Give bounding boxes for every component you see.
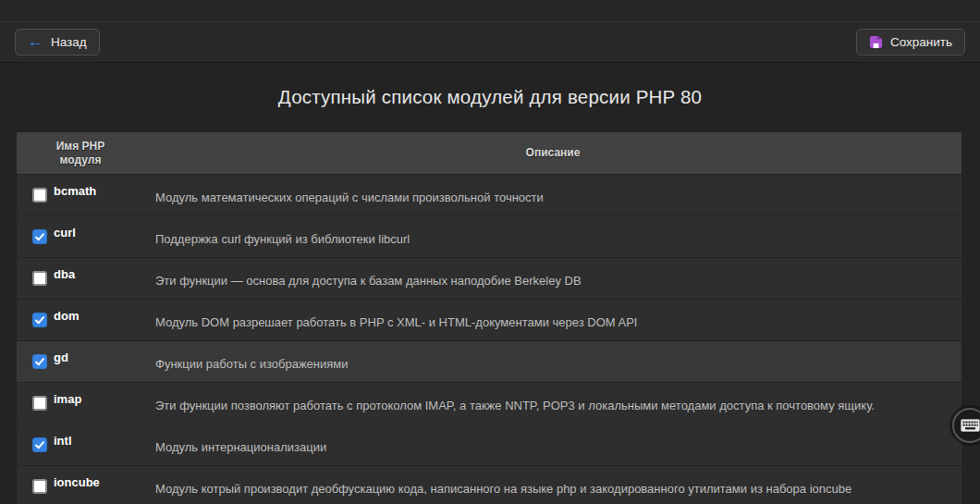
module-checkbox[interactable]: [32, 479, 47, 494]
module-description: Функции работы с изображениями: [144, 357, 962, 371]
table-row: bcmath Модуль математических операций с …: [17, 174, 962, 215]
header-module-name: Имя PHP модуля: [17, 140, 144, 166]
modules-table: Имя PHP модуля Описание bcmath Модуль ма…: [17, 132, 962, 504]
table-row: ioncube Модуль котрый производит деобфус…: [17, 465, 962, 504]
module-description: Модуль котрый производит деобфускацию ко…: [144, 482, 962, 496]
back-button[interactable]: ← Назад: [15, 29, 100, 55]
keyboard-icon: [961, 419, 980, 432]
module-description: Эти функции — основа для доступа к базам…: [144, 274, 962, 288]
save-button[interactable]: Сохранить: [856, 29, 965, 55]
back-button-label: Назад: [51, 35, 87, 49]
module-name-cell: bcmath: [17, 188, 144, 203]
module-name-cell: dom: [17, 313, 144, 327]
save-button-label: Сохранить: [890, 35, 952, 49]
virtual-keyboard-button[interactable]: [952, 408, 980, 443]
module-checkbox[interactable]: [32, 229, 47, 244]
module-name-cell: gd: [17, 354, 144, 369]
module-name: dom: [54, 309, 79, 323]
module-name-cell: dba: [17, 271, 144, 286]
module-description: Эти функции позволяют работать с протоко…: [144, 399, 962, 412]
table-row: dba Эти функции — основа для доступа к б…: [17, 257, 962, 299]
table-row: dom Модуль DOM разрешает работать в PHP …: [17, 299, 962, 340]
module-checkbox[interactable]: [32, 188, 47, 203]
module-description: Модуль математических операций с числами…: [144, 191, 962, 204]
left-arrow-icon: ←: [28, 33, 43, 49]
module-description: Поддержка curl функций из библиотеки lib…: [144, 232, 962, 246]
module-checkbox[interactable]: [32, 396, 47, 411]
table-header: Имя PHP модуля Описание: [17, 132, 962, 174]
module-name-cell: curl: [17, 229, 144, 244]
module-name: curl: [54, 226, 76, 240]
module-description: Модуль DOM разрешает работать в PHP с XM…: [144, 315, 962, 329]
module-name-cell: imap: [17, 396, 144, 411]
table-row: intl Модуль интернационализации: [17, 424, 962, 465]
table-row: gd Функции работы с изображениями: [17, 340, 962, 382]
module-name: gd: [54, 350, 68, 364]
header-description: Описание: [144, 146, 962, 159]
floppy-disk-icon: [869, 35, 883, 49]
module-name-cell: ioncube: [17, 479, 144, 494]
module-checkbox[interactable]: [32, 313, 47, 327]
module-name-cell: intl: [17, 437, 144, 452]
table-row: imap Эти функции позволяют работать с пр…: [17, 382, 962, 424]
module-checkbox[interactable]: [32, 354, 47, 369]
module-checkbox[interactable]: [32, 271, 47, 286]
module-name: ioncube: [54, 475, 100, 489]
module-checkbox[interactable]: [32, 437, 47, 452]
table-body: bcmath Модуль математических операций с …: [17, 174, 962, 504]
module-name: bcmath: [54, 184, 96, 198]
module-name: intl: [54, 434, 72, 448]
module-name: dba: [54, 267, 75, 281]
module-name: imap: [54, 392, 81, 406]
window-top-strip: [0, 0, 980, 22]
table-row: curl Поддержка curl функций из библиотек…: [17, 215, 962, 257]
toolbar: ← Назад Сохранить: [0, 22, 980, 63]
module-description: Модуль интернационализации: [144, 440, 962, 454]
page-title: Доступный список модулей для версии PHP …: [0, 86, 980, 108]
